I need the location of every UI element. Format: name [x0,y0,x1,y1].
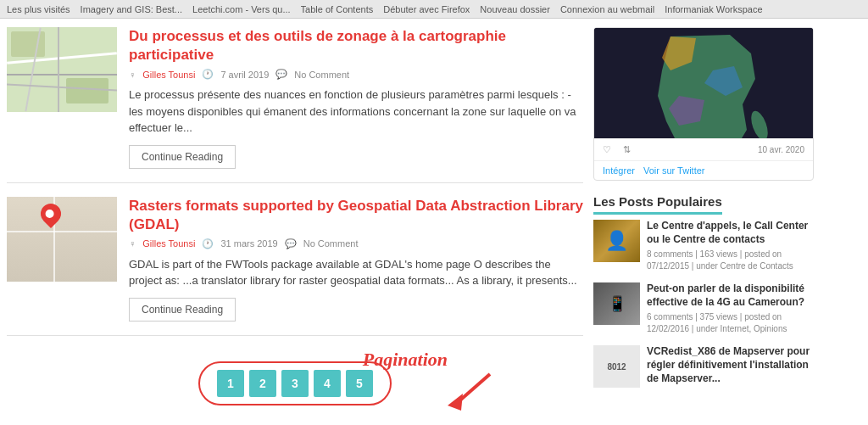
popular-post-title[interactable]: Le Centre d'appels, le Call Center ou le… [647,220,814,246]
browser-bar-item: Imagery and GIS: Best... [81,4,182,14]
browser-bar-item: Informaniak Workspace [665,4,762,14]
twitter-card: ♡ ⇅ 10 avr. 2020 Intégrer Voir sur Twitt… [593,27,814,181]
article-map-image [7,197,117,282]
article-comment: No Comment [294,70,349,80]
twitter-actions: ♡ ⇅ [603,144,631,155]
page-5-button[interactable]: 5 [346,370,373,397]
article-author: Gilles Tounsi [142,70,195,80]
continue-reading-button[interactable]: Continue Reading [129,145,236,169]
sidebar: ♡ ⇅ 10 avr. 2020 Intégrer Voir sur Twitt… [593,27,814,422]
article-item: Du processus et des outils de zonage à l… [7,27,583,183]
pagination-label: Pagination [363,349,448,371]
popular-post-title[interactable]: VCRedist_X86 de Mapserver pour régler dé… [647,345,814,385]
main-layout: Du processus et des outils de zonage à l… [0,19,868,425]
browser-bar: Les plus visités Imagery and GIS: Best..… [0,0,868,19]
popular-post-meta: 8 comments | 163 views | posted on 07/12… [647,249,814,272]
article-body: Du processus et des outils de zonage à l… [129,27,583,169]
article-author: Gilles Tounsi [142,238,195,249]
popular-posts-title: Les Posts Populaires [593,194,722,215]
twitter-card-footer: ♡ ⇅ 10 avr. 2020 [594,138,813,160]
twitter-links: Intégrer Voir sur Twitter [594,160,813,180]
browser-bar-item: Nouveau dossier [480,4,550,14]
comment-icon: 💬 [285,238,297,249]
pagination-arrow-icon [431,370,498,412]
article-date[interactable]: 31 mars 2019 [220,238,277,249]
article-map-image [7,27,117,112]
browser-bar-item: Débuter avec Firefox [383,4,470,14]
page-2-button[interactable]: 2 [249,370,276,397]
popular-post-title[interactable]: Peut-on parler de la disponibilité effec… [647,282,814,309]
page-3-button[interactable]: 3 [281,370,309,397]
twitter-share-action[interactable]: ⇅ [623,144,631,155]
svg-marker-1 [448,394,463,411]
browser-bar-item: Connexion au webmail [560,4,654,14]
popular-post-item: 👤 Le Centre d'appels, le Call Center ou … [593,220,814,272]
popular-post-thumbnail: 8012 [593,345,640,388]
person-icon: 👤 [605,230,628,252]
author-icon: ♀ [129,238,136,249]
popular-post-item: 8012 VCRedist_X86 de Mapserver pour régl… [593,345,814,388]
clock-icon: 🕐 [202,238,214,249]
article-item: Rasters formats supported by Geospatial … [7,197,583,336]
article-thumbnail [7,197,117,282]
article-meta: ♀ Gilles Tounsi 🕐 7 avril 2019 💬 No Comm… [129,69,583,80]
pagination-section: Pagination 1 2 3 4 5 [7,353,583,422]
continue-reading-button[interactable]: Continue Reading [129,298,236,322]
tech-icon: 📱 [608,294,626,313]
content-area: Du processus et des outils de zonage à l… [7,27,583,422]
author-icon: ♀ [129,70,136,80]
browser-bar-item: Leetchi.com - Vers qu... [192,4,291,14]
popular-post-thumbnail: 📱 [593,282,640,325]
twitter-map-preview [594,28,813,138]
clock-icon: 🕐 [202,69,214,80]
article-title[interactable]: Du processus et des outils de zonage à l… [129,27,583,64]
popular-post-info: Le Centre d'appels, le Call Center ou le… [647,220,814,272]
article-date[interactable]: 7 avril 2019 [220,70,269,80]
twitter-date: 10 avr. 2020 [758,145,804,154]
thumb-label: 8012 [607,362,626,372]
popular-posts: Les Posts Populaires 👤 Le Centre d'appel… [593,194,814,388]
page-4-button[interactable]: 4 [314,370,341,397]
article-comment: No Comment [303,238,359,249]
article-meta: ♀ Gilles Tounsi 🕐 31 mars 2019 💬 No Comm… [129,238,583,249]
twitter-embed-link[interactable]: Intégrer [603,165,635,176]
browser-bar-item: Les plus visités [7,4,70,14]
twitter-view-link[interactable]: Voir sur Twitter [643,165,705,176]
article-excerpt: GDAL is part of the FWTools package avai… [129,256,583,289]
popular-post-item: 📱 Peut-on parler de la disponibilité eff… [593,282,814,335]
comment-icon: 💬 [275,69,287,80]
popular-post-meta: 6 comments | 375 views | posted on 12/02… [647,311,814,335]
page-1-button[interactable]: 1 [217,370,244,397]
article-excerpt: Le processus présente des nuances en fon… [129,87,583,137]
article-title[interactable]: Rasters formats supported by Geospatial … [129,197,583,234]
article-body: Rasters formats supported by Geospatial … [129,197,583,322]
twitter-heart-action[interactable]: ♡ [603,144,611,155]
popular-post-thumbnail: 👤 [593,220,640,262]
browser-bar-item: Table of Contents [301,4,374,14]
popular-post-info: Peut-on parler de la disponibilité effec… [647,282,814,335]
popular-post-info: VCRedist_X86 de Mapserver pour régler dé… [647,345,814,388]
article-thumbnail [7,27,117,112]
africa-map-svg [594,28,813,138]
